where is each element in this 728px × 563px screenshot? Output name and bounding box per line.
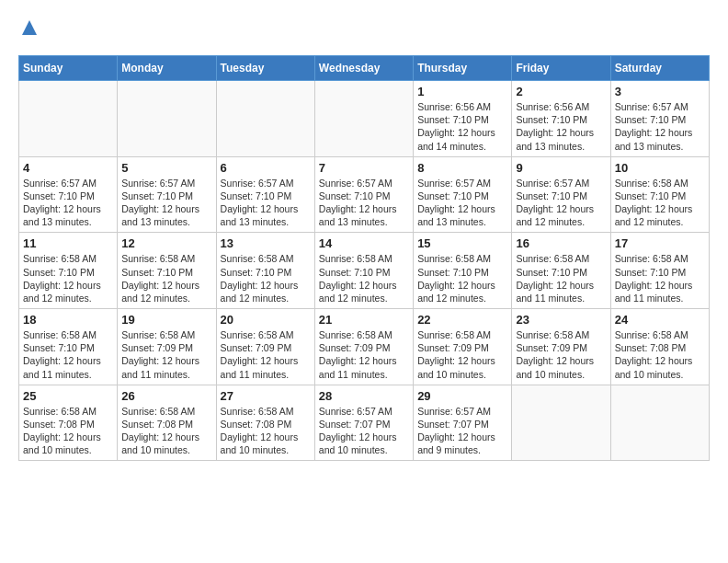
cell-info: Sunrise: 6:58 AMSunset: 7:10 PMDaylight:…: [615, 177, 705, 229]
calendar-cell: [216, 81, 314, 157]
calendar-cell: 12Sunrise: 6:58 AMSunset: 7:10 PMDayligh…: [118, 233, 216, 309]
weekday-header-sunday: Sunday: [19, 56, 118, 81]
svg-marker-0: [22, 20, 37, 35]
cell-info: Sunrise: 6:58 AMSunset: 7:10 PMDaylight:…: [23, 328, 113, 381]
cell-info: Sunrise: 6:58 AMSunset: 7:10 PMDaylight:…: [615, 252, 705, 304]
day-number: 28: [319, 389, 409, 403]
day-number: 10: [615, 161, 705, 175]
calendar-cell: 3Sunrise: 6:57 AMSunset: 7:10 PMDaylight…: [610, 81, 709, 157]
calendar-cell: 14Sunrise: 6:58 AMSunset: 7:10 PMDayligh…: [314, 233, 413, 309]
calendar-cell: 23Sunrise: 6:58 AMSunset: 7:09 PMDayligh…: [512, 309, 610, 385]
cell-info: Sunrise: 6:57 AMSunset: 7:10 PMDaylight:…: [319, 177, 409, 229]
calendar-cell: 4Sunrise: 6:57 AMSunset: 7:10 PMDaylight…: [19, 156, 118, 233]
logo: [18, 18, 39, 46]
week-row-3: 11Sunrise: 6:58 AMSunset: 7:10 PMDayligh…: [19, 233, 710, 309]
calendar-cell: 22Sunrise: 6:58 AMSunset: 7:09 PMDayligh…: [414, 309, 512, 385]
calendar-cell: 16Sunrise: 6:58 AMSunset: 7:10 PMDayligh…: [512, 233, 610, 309]
calendar-cell: 11Sunrise: 6:58 AMSunset: 7:10 PMDayligh…: [19, 233, 118, 309]
cell-info: Sunrise: 6:58 AMSunset: 7:10 PMDaylight:…: [23, 252, 113, 304]
calendar-cell: 18Sunrise: 6:58 AMSunset: 7:10 PMDayligh…: [19, 309, 118, 385]
calendar-cell: 2Sunrise: 6:56 AMSunset: 7:10 PMDaylight…: [512, 81, 610, 157]
cell-info: Sunrise: 6:56 AMSunset: 7:10 PMDaylight:…: [417, 100, 507, 153]
day-number: 8: [417, 161, 507, 175]
cell-info: Sunrise: 6:58 AMSunset: 7:09 PMDaylight:…: [516, 328, 606, 381]
weekday-header-monday: Monday: [118, 56, 216, 81]
day-number: 21: [319, 313, 409, 327]
day-number: 29: [417, 389, 507, 403]
cell-info: Sunrise: 6:58 AMSunset: 7:08 PMDaylight:…: [121, 405, 211, 457]
weekday-header-row: SundayMondayTuesdayWednesdayThursdayFrid…: [19, 56, 710, 81]
calendar-cell: 17Sunrise: 6:58 AMSunset: 7:10 PMDayligh…: [610, 233, 709, 309]
day-number: 14: [319, 236, 409, 250]
day-number: 4: [23, 161, 113, 175]
cell-info: Sunrise: 6:58 AMSunset: 7:10 PMDaylight:…: [121, 252, 211, 304]
cell-info: Sunrise: 6:58 AMSunset: 7:09 PMDaylight:…: [319, 328, 409, 381]
cell-info: Sunrise: 6:57 AMSunset: 7:07 PMDaylight:…: [417, 405, 507, 457]
cell-info: Sunrise: 6:58 AMSunset: 7:09 PMDaylight:…: [221, 328, 311, 381]
week-row-2: 4Sunrise: 6:57 AMSunset: 7:10 PMDaylight…: [19, 156, 710, 233]
calendar-cell: 28Sunrise: 6:57 AMSunset: 7:07 PMDayligh…: [314, 385, 413, 461]
weekday-header-thursday: Thursday: [414, 56, 512, 81]
day-number: 6: [221, 161, 311, 175]
calendar-cell: 8Sunrise: 6:57 AMSunset: 7:10 PMDaylight…: [414, 156, 512, 233]
weekday-header-saturday: Saturday: [610, 56, 709, 81]
calendar-table: SundayMondayTuesdayWednesdayThursdayFrid…: [18, 55, 710, 461]
day-number: 20: [221, 313, 311, 327]
day-number: 16: [516, 236, 606, 250]
calendar-cell: 13Sunrise: 6:58 AMSunset: 7:10 PMDayligh…: [216, 233, 314, 309]
day-number: 17: [615, 236, 705, 250]
calendar-cell: 20Sunrise: 6:58 AMSunset: 7:09 PMDayligh…: [216, 309, 314, 385]
calendar-cell: 1Sunrise: 6:56 AMSunset: 7:10 PMDaylight…: [414, 81, 512, 157]
week-row-5: 25Sunrise: 6:58 AMSunset: 7:08 PMDayligh…: [19, 385, 710, 461]
cell-info: Sunrise: 6:57 AMSunset: 7:10 PMDaylight:…: [417, 177, 507, 229]
calendar-cell: [19, 81, 118, 157]
cell-info: Sunrise: 6:58 AMSunset: 7:10 PMDaylight:…: [417, 252, 507, 304]
day-number: 2: [516, 85, 606, 98]
calendar-cell: 26Sunrise: 6:58 AMSunset: 7:08 PMDayligh…: [118, 385, 216, 461]
calendar-cell: 19Sunrise: 6:58 AMSunset: 7:09 PMDayligh…: [118, 309, 216, 385]
day-number: 22: [417, 313, 507, 327]
cell-info: Sunrise: 6:57 AMSunset: 7:07 PMDaylight:…: [319, 405, 409, 457]
cell-info: Sunrise: 6:56 AMSunset: 7:10 PMDaylight:…: [516, 100, 606, 153]
day-number: 13: [221, 236, 311, 250]
weekday-header-wednesday: Wednesday: [314, 56, 413, 81]
day-number: 25: [23, 389, 113, 403]
calendar-cell: 21Sunrise: 6:58 AMSunset: 7:09 PMDayligh…: [314, 309, 413, 385]
calendar-cell: 29Sunrise: 6:57 AMSunset: 7:07 PMDayligh…: [414, 385, 512, 461]
weekday-header-friday: Friday: [512, 56, 610, 81]
calendar-cell: [314, 81, 413, 157]
day-number: 23: [516, 313, 606, 327]
week-row-4: 18Sunrise: 6:58 AMSunset: 7:10 PMDayligh…: [19, 309, 710, 385]
cell-info: Sunrise: 6:57 AMSunset: 7:10 PMDaylight:…: [121, 177, 211, 229]
day-number: 3: [615, 85, 705, 98]
cell-info: Sunrise: 6:58 AMSunset: 7:08 PMDaylight:…: [615, 328, 705, 381]
cell-info: Sunrise: 6:58 AMSunset: 7:09 PMDaylight:…: [417, 328, 507, 381]
day-number: 7: [319, 161, 409, 175]
header: [18, 18, 710, 46]
day-number: 24: [615, 313, 705, 327]
day-number: 19: [121, 313, 211, 327]
calendar-cell: 15Sunrise: 6:58 AMSunset: 7:10 PMDayligh…: [414, 233, 512, 309]
cell-info: Sunrise: 6:58 AMSunset: 7:10 PMDaylight:…: [319, 252, 409, 304]
day-number: 11: [23, 236, 113, 250]
week-row-1: 1Sunrise: 6:56 AMSunset: 7:10 PMDaylight…: [19, 81, 710, 157]
day-number: 1: [417, 85, 507, 98]
day-number: 27: [221, 389, 311, 403]
cell-info: Sunrise: 6:57 AMSunset: 7:10 PMDaylight:…: [615, 100, 705, 153]
calendar-cell: [118, 81, 216, 157]
logo-icon: [20, 18, 39, 37]
calendar-cell: 10Sunrise: 6:58 AMSunset: 7:10 PMDayligh…: [610, 156, 709, 233]
day-number: 26: [121, 389, 211, 403]
day-number: 9: [516, 161, 606, 175]
cell-info: Sunrise: 6:58 AMSunset: 7:10 PMDaylight:…: [221, 252, 311, 304]
cell-info: Sunrise: 6:58 AMSunset: 7:10 PMDaylight:…: [516, 252, 606, 304]
calendar-cell: [512, 385, 610, 461]
day-number: 12: [121, 236, 211, 250]
calendar-cell: [610, 385, 709, 461]
day-number: 18: [23, 313, 113, 327]
calendar-cell: 27Sunrise: 6:58 AMSunset: 7:08 PMDayligh…: [216, 385, 314, 461]
cell-info: Sunrise: 6:58 AMSunset: 7:08 PMDaylight:…: [23, 405, 113, 457]
cell-info: Sunrise: 6:57 AMSunset: 7:10 PMDaylight:…: [23, 177, 113, 229]
calendar-cell: 24Sunrise: 6:58 AMSunset: 7:08 PMDayligh…: [610, 309, 709, 385]
day-number: 15: [417, 236, 507, 250]
